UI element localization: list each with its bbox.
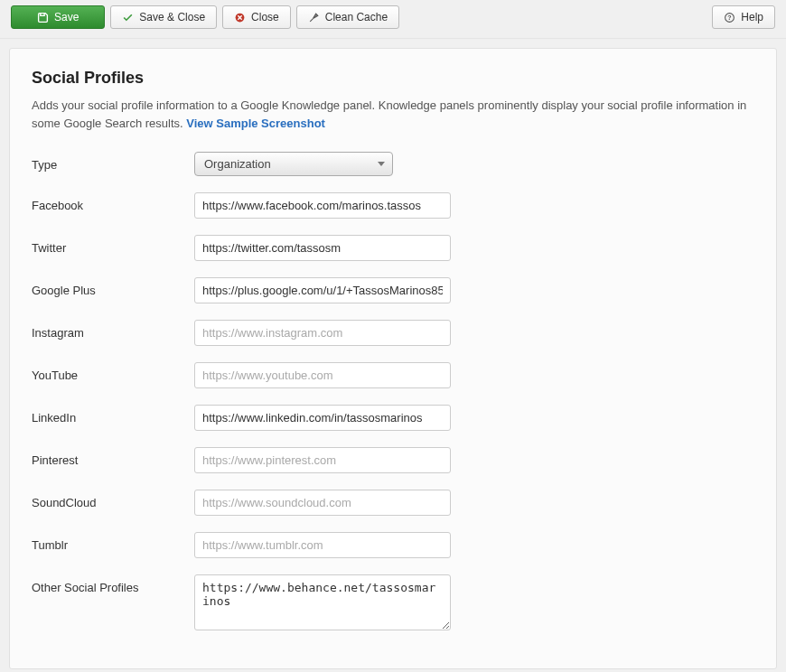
save-button[interactable]: Save <box>11 5 105 29</box>
pinterest-row: Pinterest <box>32 447 754 473</box>
type-select[interactable]: Organization <box>194 152 393 176</box>
other-label: Other Social Profiles <box>32 574 194 594</box>
view-sample-link[interactable]: View Sample Screenshot <box>186 117 325 130</box>
save-close-button-label: Save & Close <box>139 11 205 23</box>
help-icon: ? <box>724 12 735 23</box>
close-button[interactable]: Close <box>222 5 291 29</box>
chevron-down-icon <box>378 162 385 166</box>
soundcloud-input[interactable] <box>194 490 451 516</box>
facebook-row: Facebook <box>32 192 754 219</box>
facebook-input[interactable] <box>194 192 451 219</box>
instagram-row: Instagram <box>32 320 754 346</box>
pinterest-input[interactable] <box>194 447 451 473</box>
type-row: Type Organization <box>32 152 754 176</box>
linkedin-input[interactable] <box>194 405 451 431</box>
tumblr-input[interactable] <box>194 532 451 558</box>
twitter-label: Twitter <box>32 235 194 255</box>
soundcloud-row: SoundCloud <box>32 490 754 516</box>
social-profiles-panel: Social Profiles Adds your social profile… <box>9 48 777 669</box>
clean-cache-button[interactable]: Clean Cache <box>296 5 399 29</box>
instagram-input[interactable] <box>194 320 451 346</box>
svg-text:?: ? <box>728 14 732 21</box>
googleplus-row: Google Plus <box>32 277 754 303</box>
tumblr-label: Tumblr <box>32 532 194 552</box>
instagram-label: Instagram <box>32 320 194 340</box>
save-close-button[interactable]: Save & Close <box>110 5 217 29</box>
clean-cache-button-label: Clean Cache <box>325 11 388 23</box>
other-row: Other Social Profiles <box>32 574 754 630</box>
twitter-row: Twitter <box>32 235 754 261</box>
help-button-label: Help <box>741 11 763 23</box>
youtube-input[interactable] <box>194 362 451 388</box>
facebook-label: Facebook <box>32 192 194 212</box>
panel-description: Adds your social profile information to … <box>32 97 754 132</box>
help-button[interactable]: ? Help <box>712 5 775 29</box>
broom-icon <box>308 12 320 23</box>
close-button-label: Close <box>251 11 279 23</box>
panel-title: Social Profiles <box>32 69 754 88</box>
tumblr-row: Tumblr <box>32 532 754 558</box>
close-icon <box>234 12 246 23</box>
linkedin-row: LinkedIn <box>32 405 754 431</box>
other-textarea[interactable] <box>194 574 451 630</box>
toolbar: Save Save & Close Close Clean Cache ? He… <box>0 0 786 39</box>
pinterest-label: Pinterest <box>32 447 194 467</box>
type-select-value: Organization <box>204 157 271 171</box>
twitter-input[interactable] <box>194 235 451 261</box>
check-icon <box>122 12 134 23</box>
googleplus-label: Google Plus <box>32 277 194 297</box>
youtube-label: YouTube <box>32 362 194 382</box>
googleplus-input[interactable] <box>194 277 451 303</box>
soundcloud-label: SoundCloud <box>32 490 194 509</box>
youtube-row: YouTube <box>32 362 754 388</box>
linkedin-label: LinkedIn <box>32 405 194 425</box>
save-icon <box>37 12 49 23</box>
save-button-label: Save <box>54 11 79 23</box>
type-label: Type <box>32 152 194 172</box>
